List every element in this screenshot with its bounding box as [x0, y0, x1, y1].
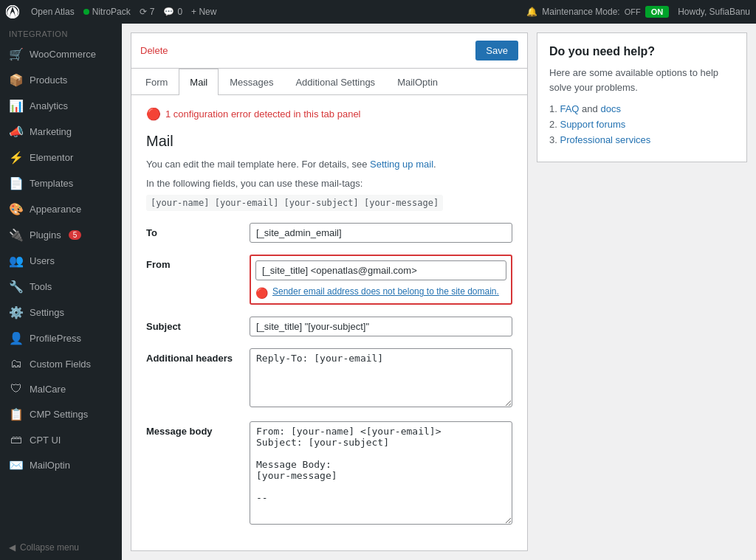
sidebar-item-label: ProfilePress: [30, 333, 81, 344]
sidebar-section-label: Integration: [0, 24, 122, 41]
sidebar-item-label: MailOptin: [30, 460, 70, 471]
additional-headers-field: Reply-To: [your-email]: [250, 348, 512, 409]
save-button[interactable]: Save: [475, 41, 518, 61]
collapse-label: Collapse menu: [20, 542, 79, 553]
marketing-icon: 📣: [9, 125, 24, 139]
sidebar-item-label: Products: [30, 75, 67, 86]
action-bar: Delete Save: [131, 33, 527, 69]
section-title: Mail: [146, 133, 512, 150]
plugins-icon: 🔌: [9, 228, 24, 242]
support-forums-link[interactable]: Support forums: [560, 119, 625, 130]
sidebar-item-label: Appearance: [30, 204, 81, 215]
to-field: [250, 223, 512, 243]
sidebar-item-cpt-ui[interactable]: 🗃 CPT UI: [0, 427, 122, 452]
site-name[interactable]: Open Atlas: [31, 7, 75, 17]
help-list: FAQ and docs Support forums Professional…: [549, 103, 735, 145]
description-line2: In the following fields, you can use the…: [146, 176, 512, 191]
sidebar-item-label: WooCommerce: [30, 49, 96, 60]
professional-services-link[interactable]: Professional services: [560, 134, 650, 145]
from-field: 🔴 Sender email address does not belong t…: [250, 255, 512, 305]
subject-input[interactable]: [250, 317, 512, 336]
collapse-menu[interactable]: ◀ Collapse menu: [0, 535, 122, 560]
wp-logo[interactable]: [6, 5, 19, 18]
subject-field-row: Subject: [146, 317, 512, 336]
from-error-message: 🔴 Sender email address does not belong t…: [255, 286, 506, 299]
main-content: Delete Save Form Mail Messages Additiona…: [122, 24, 756, 560]
tab-mail[interactable]: Mail: [179, 69, 219, 95]
sidebar-item-label: Templates: [30, 178, 73, 189]
form-area: Delete Save Form Mail Messages Additiona…: [131, 32, 528, 551]
tab-additional-settings[interactable]: Additional Settings: [284, 69, 386, 95]
error-circle-icon: 🔴: [146, 107, 161, 121]
message-body-textarea[interactable]: From: [your-name] <[your-email]> Subject…: [250, 421, 512, 525]
users-icon: 👥: [9, 254, 24, 268]
help-list-item-2: Support forums: [549, 119, 735, 130]
sidebar-item-appearance[interactable]: 🎨 Appearance: [0, 196, 122, 222]
howdy[interactable]: Howdy, SufiaBanu: [678, 7, 750, 17]
tools-icon: 🔧: [9, 280, 24, 294]
analytics-icon: 📊: [9, 99, 24, 113]
page-wrap: Delete Save Form Mail Messages Additiona…: [122, 24, 756, 560]
from-input[interactable]: [255, 260, 506, 280]
additional-headers-row: Additional headers Reply-To: [your-email…: [146, 348, 512, 409]
help-list-item-3: Professional services: [549, 134, 735, 145]
elementor-icon: ⚡: [9, 151, 24, 165]
sidebar-item-products[interactable]: 📦 Products: [0, 67, 122, 93]
products-icon: 📦: [9, 73, 24, 87]
faq-link[interactable]: FAQ: [560, 103, 579, 114]
malcare-icon: 🛡: [9, 382, 24, 395]
toggle-off-label[interactable]: OFF: [625, 7, 641, 16]
sidebar-item-marketing[interactable]: 📣 Marketing: [0, 119, 122, 145]
tab-mailoptin[interactable]: MailOptin: [386, 69, 449, 95]
sidebar-item-mailoptin[interactable]: ✉️ MailOptin: [0, 452, 122, 478]
nitropack-item[interactable]: NitroPack: [83, 7, 131, 17]
error-notice: 🔴 1 configuration error detected in this…: [146, 107, 512, 121]
maintenance-mode: 🔔 Maintenance Mode: OFF ON: [526, 6, 669, 18]
sidebar-item-malcare[interactable]: 🛡 MalCare: [0, 376, 122, 401]
setting-up-mail-link[interactable]: Setting up mail: [370, 159, 433, 170]
from-error-wrap: 🔴 Sender email address does not belong t…: [250, 255, 512, 305]
sidebar-item-templates[interactable]: 📄 Templates: [0, 170, 122, 196]
cpt-ui-icon: 🗃: [9, 433, 24, 446]
sidebar-item-label: Custom Fields: [30, 359, 91, 370]
additional-headers-textarea[interactable]: Reply-To: [your-email]: [250, 348, 512, 407]
additional-headers-label: Additional headers: [146, 348, 250, 364]
sidebar-item-elementor[interactable]: ⚡ Elementor: [0, 145, 122, 170]
subject-label: Subject: [146, 317, 250, 332]
sidebar-item-woocommerce[interactable]: 🛒 WooCommerce: [0, 41, 122, 67]
from-field-row: From 🔴 Sender email address does not bel…: [146, 255, 512, 305]
subject-field: [250, 317, 512, 336]
sidebar-item-tools[interactable]: 🔧 Tools: [0, 274, 122, 300]
sidebar: Integration 🛒 WooCommerce 📦 Products 📊 A…: [0, 24, 122, 560]
toggle-on-label[interactable]: ON: [645, 6, 670, 18]
mail-tags: [your-name] [your-email] [your-subject] …: [146, 195, 443, 211]
error-notice-text: 1 configuration error detected in this t…: [165, 108, 361, 120]
sidebar-item-label: Tools: [30, 281, 52, 292]
collapse-icon: ◀: [9, 542, 16, 553]
custom-fields-icon: 🗂: [9, 357, 24, 370]
from-error-icon: 🔴: [255, 287, 268, 299]
sidebar-item-analytics[interactable]: 📊 Analytics: [0, 93, 122, 119]
tab-messages[interactable]: Messages: [219, 69, 284, 95]
form-content: 🔴 1 configuration error detected in this…: [131, 95, 527, 550]
docs-link[interactable]: docs: [600, 103, 620, 114]
sidebar-item-custom-fields[interactable]: 🗂 Custom Fields: [0, 351, 122, 376]
help-list-item-1: FAQ and docs: [549, 103, 735, 114]
sidebar-item-label: Users: [30, 255, 55, 266]
sidebar-item-settings[interactable]: ⚙️ Settings: [0, 300, 122, 325]
sidebar-item-profilepress[interactable]: 👤 ProfilePress: [0, 325, 122, 351]
delete-link[interactable]: Delete: [140, 45, 168, 56]
new-item[interactable]: + New: [191, 7, 216, 17]
comments-item[interactable]: 💬 0: [163, 7, 182, 17]
tab-form[interactable]: Form: [134, 69, 179, 95]
settings-icon: ⚙️: [9, 305, 24, 319]
sidebar-item-cmp-settings[interactable]: 📋 CMP Settings: [0, 401, 122, 427]
to-input[interactable]: [250, 223, 512, 243]
sidebar-item-plugins[interactable]: 🔌 Plugins 5: [0, 222, 122, 248]
updates-item[interactable]: ⟳ 7: [140, 7, 155, 17]
from-label: From: [146, 255, 250, 270]
to-field-row: To: [146, 223, 512, 243]
from-error-link[interactable]: Sender email address does not belong to …: [272, 286, 499, 297]
woocommerce-icon: 🛒: [9, 47, 24, 61]
sidebar-item-users[interactable]: 👥 Users: [0, 248, 122, 274]
